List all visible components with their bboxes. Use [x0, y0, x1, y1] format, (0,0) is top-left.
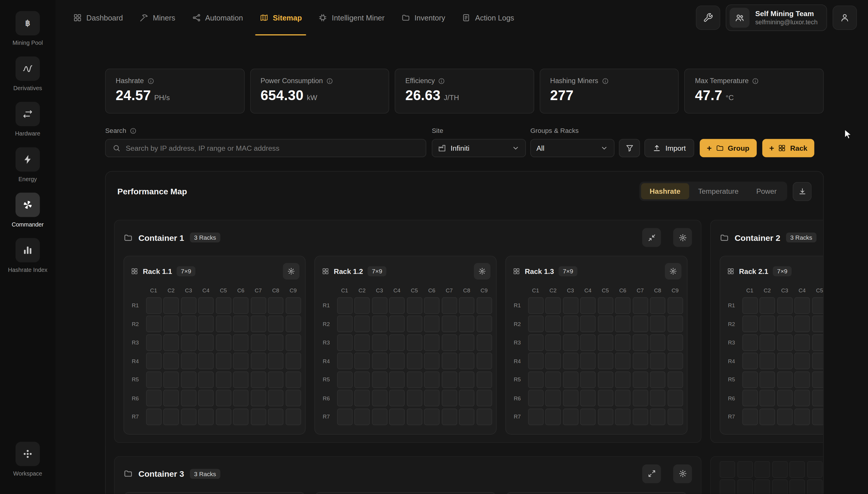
grid-cell[interactable]: [163, 371, 179, 388]
grid-cell[interactable]: [163, 390, 179, 406]
grid-cell[interactable]: [354, 371, 370, 388]
map-mode-tab-power[interactable]: Power: [748, 183, 786, 199]
grid-cell[interactable]: [742, 316, 758, 332]
filter-button[interactable]: [619, 139, 640, 157]
grid-cell[interactable]: [545, 316, 561, 332]
grid-cell[interactable]: [742, 334, 758, 351]
rack-settings-button[interactable]: [665, 263, 681, 280]
grid-cell[interactable]: [477, 353, 492, 369]
grid-cell[interactable]: [477, 316, 492, 332]
grid-cell[interactable]: [794, 297, 810, 314]
topnav-item-inventory[interactable]: Inventory: [401, 0, 445, 35]
grid-cell[interactable]: [285, 371, 301, 388]
grid-cell[interactable]: [424, 334, 440, 351]
grid-cell[interactable]: [598, 371, 613, 388]
grid-cell[interactable]: [268, 408, 284, 425]
grid-cell[interactable]: [337, 334, 352, 351]
grid-cell[interactable]: [563, 408, 578, 425]
grid-cell[interactable]: [759, 297, 775, 314]
container-settings-button[interactable]: [673, 464, 692, 483]
grid-cell[interactable]: [216, 316, 231, 332]
grid-cell[interactable]: [424, 297, 440, 314]
grid-cell[interactable]: [459, 297, 475, 314]
grid-cell[interactable]: [650, 316, 666, 332]
grid-cell[interactable]: [337, 297, 352, 314]
sidebar-item-hashrate-index[interactable]: Hashrate Index: [0, 238, 55, 273]
grid-cell[interactable]: [777, 297, 792, 314]
grid-cell[interactable]: [459, 390, 475, 406]
grid-cell[interactable]: [163, 297, 179, 314]
grid-cell[interactable]: [742, 297, 758, 314]
grid-cell[interactable]: [563, 334, 578, 351]
grid-cell[interactable]: [181, 390, 196, 406]
grid-cell[interactable]: [777, 353, 792, 369]
grid-cell[interactable]: [528, 371, 543, 388]
grid-cell[interactable]: [563, 297, 578, 314]
grid-cell[interactable]: [598, 334, 613, 351]
grid-cell[interactable]: [251, 334, 266, 351]
grid-cell[interactable]: [251, 371, 266, 388]
grid-cell[interactable]: [163, 353, 179, 369]
grid-cell[interactable]: [146, 408, 161, 425]
grid-cell[interactable]: [794, 390, 810, 406]
grid-cell[interactable]: [337, 390, 352, 406]
grid-cell[interactable]: [216, 334, 231, 351]
profile-button[interactable]: [833, 5, 857, 30]
grid-cell[interactable]: [459, 371, 475, 388]
grid-cell[interactable]: [667, 316, 683, 332]
grid-cell[interactable]: [251, 408, 266, 425]
grid-cell[interactable]: [580, 408, 596, 425]
grid-cell[interactable]: [759, 353, 775, 369]
grid-cell[interactable]: [268, 334, 284, 351]
grid-cell[interactable]: [198, 353, 214, 369]
grid-cell[interactable]: [759, 334, 775, 351]
grid-cell[interactable]: [777, 371, 792, 388]
grid-cell[interactable]: [146, 390, 161, 406]
grid-cell[interactable]: [146, 316, 161, 332]
grid-cell[interactable]: [598, 316, 613, 332]
grid-cell[interactable]: [372, 316, 387, 332]
grid-cell[interactable]: [598, 408, 613, 425]
grid-cell[interactable]: [354, 408, 370, 425]
grid-cell[interactable]: [233, 408, 248, 425]
grid-cell[interactable]: [459, 408, 475, 425]
topnav-item-sitemap[interactable]: Sitemap: [259, 0, 302, 35]
grid-cell[interactable]: [442, 353, 457, 369]
grid-cell[interactable]: [459, 334, 475, 351]
grid-cell[interactable]: [812, 334, 824, 351]
grid-cell[interactable]: [406, 408, 422, 425]
grid-cell[interactable]: [285, 408, 301, 425]
grid-cell[interactable]: [777, 408, 792, 425]
grid-cell[interactable]: [389, 371, 405, 388]
grid-cell[interactable]: [216, 353, 231, 369]
grid-cell[interactable]: [406, 371, 422, 388]
grid-cell[interactable]: [742, 390, 758, 406]
grid-cell[interactable]: [598, 390, 613, 406]
grid-cell[interactable]: [580, 297, 596, 314]
grid-cell[interactable]: [794, 371, 810, 388]
grid-cell[interactable]: [216, 408, 231, 425]
grid-cell[interactable]: [216, 371, 231, 388]
grid-cell[interactable]: [667, 408, 683, 425]
grid-cell[interactable]: [794, 316, 810, 332]
grid-cell[interactable]: [406, 353, 422, 369]
sidebar-item-mining-pool[interactable]: ฿Mining Pool: [0, 11, 55, 46]
topnav-item-intelligent-miner[interactable]: Intelligent Miner: [319, 0, 385, 35]
search-input[interactable]: [126, 144, 419, 152]
grid-cell[interactable]: [759, 316, 775, 332]
grid-cell[interactable]: [632, 334, 648, 351]
grid-cell[interactable]: [545, 297, 561, 314]
grid-cell[interactable]: [777, 334, 792, 351]
grid-cell[interactable]: [615, 371, 631, 388]
grid-cell[interactable]: [233, 316, 248, 332]
grid-cell[interactable]: [146, 297, 161, 314]
grid-cell[interactable]: [598, 353, 613, 369]
sidebar-item-commander[interactable]: Commander: [0, 193, 55, 227]
grid-cell[interactable]: [759, 408, 775, 425]
topnav-item-miners[interactable]: Miners: [140, 0, 175, 35]
topnav-item-action-logs[interactable]: Action Logs: [462, 0, 514, 35]
grid-cell[interactable]: [528, 316, 543, 332]
grid-cell[interactable]: [424, 371, 440, 388]
grid-cell[interactable]: [650, 408, 666, 425]
grid-cell[interactable]: [424, 390, 440, 406]
